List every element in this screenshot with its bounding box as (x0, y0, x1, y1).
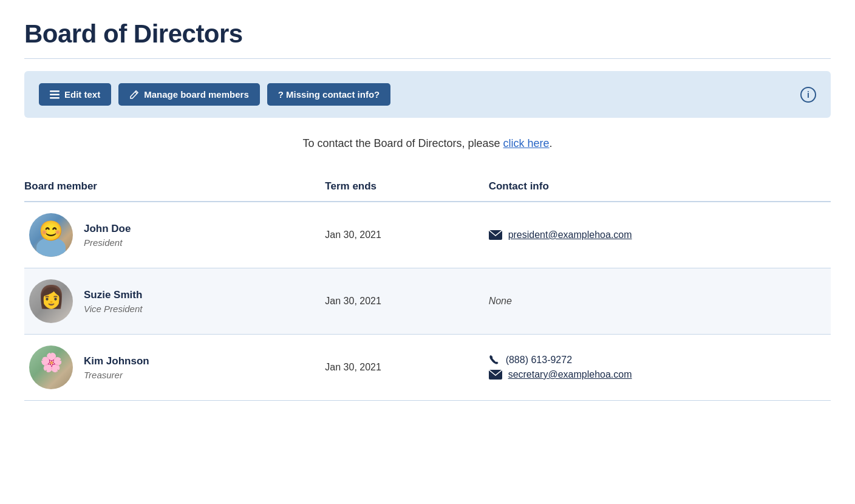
table-header-row: Board member Term ends Contact info (24, 174, 831, 202)
member-role-suzie: Vice President (84, 304, 142, 314)
email-icon-kim (489, 370, 502, 380)
svg-rect-2 (50, 97, 60, 99)
term-ends-suzie: Jan 30, 2021 (315, 268, 479, 335)
edit-text-button[interactable]: Edit text (39, 83, 111, 106)
member-cell-kim: Kim Johnson Treasurer (24, 335, 315, 401)
contact-info-john: president@examplehoa.com (479, 202, 831, 268)
table-row: Kim Johnson Treasurer Jan 30, 2021 (888)… (24, 335, 831, 401)
svg-rect-0 (50, 90, 60, 92)
avatar-kim (29, 346, 73, 389)
member-name-kim: Kim Johnson (84, 355, 149, 367)
member-name-john: John Doe (84, 223, 131, 235)
email-link-john[interactable]: president@examplehoa.com (489, 230, 821, 240)
contact-info-suzie: None (479, 268, 831, 335)
contact-link[interactable]: click here (503, 137, 550, 149)
table-row: Suzie Smith Vice President Jan 30, 2021 … (24, 268, 831, 335)
col-header-contact: Contact info (479, 174, 831, 202)
phone-row-kim: (888) 613-9272 (489, 355, 821, 366)
email-link-kim[interactable]: secretary@examplehoa.com (489, 369, 821, 380)
contact-none-suzie: None (489, 296, 512, 306)
manage-board-members-button[interactable]: Manage board members (118, 83, 260, 106)
title-divider (24, 58, 831, 59)
list-icon (50, 90, 60, 99)
info-icon: i (800, 87, 816, 103)
member-name-suzie: Suzie Smith (84, 289, 142, 301)
member-cell-john: John Doe President (24, 202, 315, 268)
contact-info-kim: (888) 613-9272 secretary@examplehoa.com (479, 335, 831, 401)
phone-icon-kim (489, 355, 500, 366)
toolbar: Edit text Manage board members ? Missing… (24, 71, 831, 118)
member-role-john: President (84, 237, 131, 248)
svg-rect-1 (50, 94, 60, 95)
page-title: Board of Directors (24, 19, 831, 49)
col-header-term: Term ends (315, 174, 479, 202)
term-ends-kim: Jan 30, 2021 (315, 335, 479, 401)
contact-description: To contact the Board of Directors, pleas… (24, 137, 831, 150)
missing-contact-info-button[interactable]: ? Missing contact info? (267, 83, 391, 106)
avatar-john (29, 213, 73, 257)
term-ends-john: Jan 30, 2021 (315, 202, 479, 268)
member-role-kim: Treasurer (84, 370, 149, 380)
col-header-member: Board member (24, 174, 315, 202)
pencil-icon (129, 90, 139, 100)
board-table: Board member Term ends Contact info John… (24, 174, 831, 401)
avatar-suzie (29, 279, 73, 323)
member-cell-suzie: Suzie Smith Vice President (24, 268, 315, 335)
email-icon-john (489, 230, 502, 240)
table-row: John Doe President Jan 30, 2021 presiden… (24, 202, 831, 268)
info-button[interactable]: i (800, 87, 816, 103)
